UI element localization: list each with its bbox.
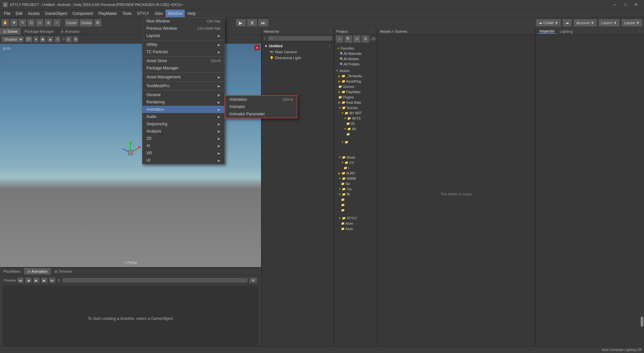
tree-anim[interactable]: 📁 Anim (334, 221, 377, 226)
menu-sequencing[interactable]: Sequencing ▶ (142, 120, 224, 128)
grid-toggle[interactable]: ⊞ (73, 36, 79, 43)
menu-playmaker[interactable]: PlayMaker (95, 10, 120, 18)
rect-tool-btn[interactable]: ▭ (36, 19, 44, 27)
menu-layouts[interactable]: Layouts ▶ (142, 32, 224, 39)
fav-all-prefabs[interactable]: 🔍 All Prefabs (336, 61, 375, 67)
pb-prev[interactable]: ◀ (25, 277, 32, 283)
scene-close-btn[interactable]: ✕ (254, 45, 260, 50)
favorites-header[interactable]: ★ Favorites (336, 46, 375, 51)
custom-tool-btn[interactable]: ☆ (53, 19, 61, 27)
fav-all-materials[interactable]: 🔍 All Materials (336, 51, 375, 56)
move-tool-btn[interactable]: ✥ (10, 19, 18, 27)
tree-kanji-sub3[interactable]: 📁 (334, 208, 377, 213)
hand-tool-btn[interactable]: ✋ (1, 19, 9, 27)
tree-styly[interactable]: ▼ 📁 STYLY (334, 216, 377, 221)
transform-tool-btn[interactable]: ⊛ (44, 19, 52, 27)
hier-directional-light[interactable]: 💡 Directional Light (267, 55, 334, 61)
inspector-more-btn[interactable]: ⋮ (638, 29, 641, 33)
menu-edit[interactable]: Edit (13, 10, 25, 18)
layers-btn[interactable]: Layers ▼ (598, 19, 620, 27)
tree-cv[interactable]: ▼ 📁 CV (334, 160, 377, 165)
maximize-btn[interactable]: □ (620, 0, 631, 9)
tree-i[interactable]: 📁 I (334, 165, 377, 171)
fav-all-models[interactable]: 🔍 All Models (336, 56, 375, 61)
tree-av[interactable]: ▼ 📁 AV (334, 126, 377, 132)
menu-component[interactable]: Component (70, 10, 95, 18)
menu-textmeshpro[interactable]: TextMeshPro ▶ (142, 82, 224, 90)
rotate-tool-btn[interactable]: ↻ (19, 19, 26, 27)
gizmos-toggle[interactable]: ↺ (55, 36, 60, 43)
tree-assetplug[interactable]: ▶ 📁 AssetPlug (334, 79, 377, 84)
persp-toggle[interactable]: ◎ (65, 36, 72, 43)
menu-tools[interactable]: Tools (120, 10, 134, 18)
menu-asset-store[interactable]: Asset Store Ctrl+9 (142, 57, 224, 64)
center-btn[interactable]: Center (64, 19, 79, 27)
tree-ne[interactable]: 📁 Ne (334, 181, 377, 186)
cloud-btn[interactable]: ☁ (562, 19, 572, 27)
global-btn[interactable]: Global (79, 19, 93, 27)
menu-ui[interactable]: UI ▶ (142, 157, 224, 164)
pb-last[interactable]: ⏭ (49, 277, 56, 283)
menu-file[interactable]: File (1, 10, 13, 18)
menu-next-window[interactable]: Next Window Ctrl+Tab (142, 18, 224, 25)
tree-avys[interactable]: ▼ 📁 AVYS (334, 116, 377, 121)
inspector-tab-inspector[interactable]: Inspector (538, 29, 556, 34)
menu-rendering[interactable]: Rendering ▶ (142, 98, 224, 106)
tree-05[interactable]: 📁 05 (334, 121, 377, 126)
inspector-tab-lighting[interactable]: Lighting (558, 29, 574, 33)
collab-btn[interactable]: ☁ Collab ▼ (536, 19, 561, 27)
hier-main-camera[interactable]: 📷 Main Camera (267, 49, 334, 55)
tree-terrain[interactable]: ▶ 📁 _TerrainAu (334, 73, 377, 79)
menu-asset-management[interactable]: Asset Management ▶ (142, 73, 224, 81)
audio-toggle[interactable]: ◉ (40, 36, 46, 43)
menu-jobs[interactable]: Jobs (152, 10, 165, 18)
project-add-btn[interactable]: ＋ (336, 35, 344, 43)
pb-dropdown[interactable]: ▼ (249, 277, 257, 283)
tab-animator[interactable]: ⊕ Animator (57, 28, 83, 35)
layout-btn[interactable]: Layout ▼ (621, 19, 643, 27)
tree-gizmos[interactable]: 📁 Gizmos (334, 84, 377, 89)
pb-next[interactable]: ▶ (41, 277, 48, 283)
tab-timeline[interactable]: ⊞ Timeline (51, 268, 76, 275)
menu-xr[interactable]: XR ▶ (142, 149, 224, 157)
pause-btn[interactable]: ⏸ (247, 19, 257, 27)
hierarchy-plus-btn[interactable]: ＋ (263, 36, 266, 41)
menu-help[interactable]: Help (185, 10, 198, 18)
submenu-animator-parameter[interactable]: Animator Parameter (225, 110, 297, 118)
tree-tra[interactable]: ▼ 📁 Tra (334, 186, 377, 192)
menu-audio[interactable]: Audio ▶ (142, 113, 224, 120)
project-filter-btn[interactable]: ⊡ (353, 35, 361, 43)
menu-package-manager[interactable]: Package Manager (142, 64, 224, 72)
tree-misc-1[interactable]: ▼ 📁 (334, 139, 377, 145)
assets-root[interactable]: ▼ Assets (334, 68, 377, 73)
tree-www[interactable]: ▼ 📁 WWW (334, 176, 377, 181)
menu-window[interactable]: Window (166, 10, 185, 18)
pb-play[interactable]: ▶ (33, 277, 40, 283)
tree-kanji-sub2[interactable]: 📁 (334, 202, 377, 208)
tree-plugins[interactable]: 📁 Plugins (334, 95, 377, 100)
menu-animation[interactable]: Animation ▶ (142, 106, 224, 113)
hierarchy-search-input[interactable] (268, 36, 332, 41)
menu-tc-particles[interactable]: TC Particles ▶ (142, 48, 224, 56)
scale-tool-btn[interactable]: ⊡ (27, 19, 35, 27)
project-search-btn[interactable]: 🔍 (344, 35, 352, 43)
account-btn[interactable]: Account ▼ (573, 19, 597, 27)
close-btn[interactable]: ✕ (631, 0, 641, 9)
tab-package-manager[interactable]: Package Manager (21, 28, 57, 35)
hier-scene-item[interactable]: ▼ Untitled ⋮ (262, 43, 334, 49)
tree-myart[interactable]: ▼ 📁 MY ART (334, 110, 377, 116)
hierarchy-more-btn[interactable]: ⋮ (328, 29, 332, 33)
shading-mode-dropdown[interactable]: Shaded (1, 36, 24, 43)
menu-prev-window[interactable]: Previous Window Ctrl+Shift+Tab (142, 25, 224, 32)
tree-surv[interactable]: ▶ 📁 SURV (334, 171, 377, 176)
tree-av-sub[interactable]: 📁 (334, 132, 377, 137)
tree-kanji[interactable]: ▼ 📁 熟 (334, 192, 377, 197)
tab-animation[interactable]: ⊙ Animation (24, 268, 51, 275)
project-filter2-btn[interactable]: ☰ (361, 35, 369, 43)
timeline-scrubber[interactable] (62, 278, 248, 283)
submenu-animator[interactable]: Animator (225, 103, 297, 110)
menu-general[interactable]: General ▶ (142, 91, 224, 98)
step-btn[interactable]: ⏭ (258, 19, 269, 27)
tree-asse[interactable]: 📁 Asse (334, 226, 377, 231)
tree-kanji-sub1[interactable]: 📁 (334, 197, 377, 202)
